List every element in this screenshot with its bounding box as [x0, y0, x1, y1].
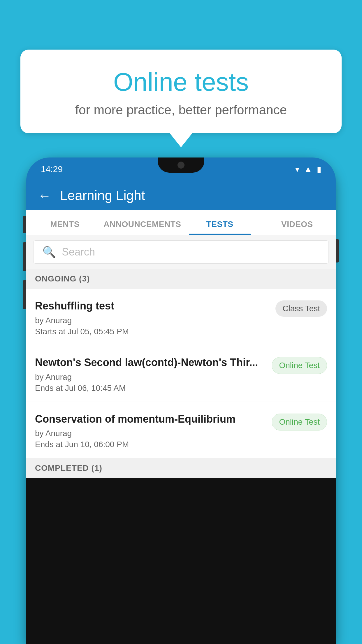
phone-notch: [158, 158, 204, 173]
test-item-left: Reshuffling test by Anurag Starts at Jul…: [35, 299, 275, 336]
test-item-conservation[interactable]: Conservation of momentum-Equilibrium by …: [26, 402, 336, 459]
bubble-subtitle: for more practice, better performance: [35, 103, 327, 117]
volume-down-button: [23, 242, 26, 271]
status-bar: 14:29 ▾ ▲ ▮: [26, 158, 336, 181]
signal-icon: ▲: [304, 164, 312, 174]
battery-icon: ▮: [317, 164, 321, 174]
status-time: 14:29: [41, 164, 63, 174]
test-badge-class: Class Test: [275, 300, 327, 317]
search-icon: 🔍: [42, 246, 56, 258]
completed-section-header: COMPLETED (1): [26, 458, 336, 478]
test-name: Conservation of momentum-Equilibrium: [35, 412, 266, 426]
test-author: by Anurag: [35, 429, 266, 438]
test-item-left: Newton's Second law(contd)-Newton's Thir…: [35, 356, 272, 393]
phone-frame: 14:29 ▾ ▲ ▮ ← Learning Light MENTS ANNOU…: [26, 158, 336, 644]
test-name: Reshuffling test: [35, 299, 270, 313]
test-item-newtons[interactable]: Newton's Second law(contd)-Newton's Thir…: [26, 345, 336, 402]
test-author: by Anurag: [35, 372, 266, 382]
status-icons: ▾ ▲ ▮: [295, 164, 321, 174]
search-container: 🔍 Search: [26, 235, 336, 269]
test-badge-online-2: Online Test: [272, 414, 327, 430]
tab-videos[interactable]: VIDEOS: [259, 220, 336, 235]
front-camera: [178, 162, 184, 169]
volume-up-button: [23, 216, 26, 233]
search-bar[interactable]: 🔍 Search: [33, 240, 329, 264]
ongoing-section-header: ONGOING (3): [26, 269, 336, 289]
power-button: [336, 239, 339, 262]
tabs-bar: MENTS ANNOUNCEMENTS TESTS VIDEOS: [26, 210, 336, 235]
test-time: Ends at Jul 06, 10:45 AM: [35, 384, 266, 393]
tab-announcements[interactable]: ANNOUNCEMENTS: [103, 220, 181, 235]
test-time: Ends at Jun 10, 06:00 PM: [35, 440, 266, 449]
speech-bubble: Online tests for more practice, better p…: [20, 50, 342, 133]
phone-screen: MENTS ANNOUNCEMENTS TESTS VIDEOS 🔍 Searc…: [26, 210, 336, 478]
app-header: ← Learning Light: [26, 181, 336, 210]
test-time: Starts at Jul 05, 05:45 PM: [35, 327, 270, 336]
wifi-icon: ▾: [295, 164, 299, 174]
app-title: Learning Light: [60, 188, 145, 203]
search-input[interactable]: Search: [62, 246, 95, 258]
back-button[interactable]: ←: [38, 188, 51, 203]
silent-button: [23, 280, 26, 309]
test-name: Newton's Second law(contd)-Newton's Thir…: [35, 356, 266, 370]
test-item-left: Conservation of momentum-Equilibrium by …: [35, 412, 272, 449]
bubble-title: Online tests: [35, 67, 327, 97]
tab-tests[interactable]: TESTS: [181, 220, 259, 235]
tab-ments[interactable]: MENTS: [26, 220, 103, 235]
test-author: by Anurag: [35, 316, 270, 325]
test-badge-online: Online Test: [272, 357, 327, 374]
test-item-reshuffling[interactable]: Reshuffling test by Anurag Starts at Jul…: [26, 289, 336, 345]
